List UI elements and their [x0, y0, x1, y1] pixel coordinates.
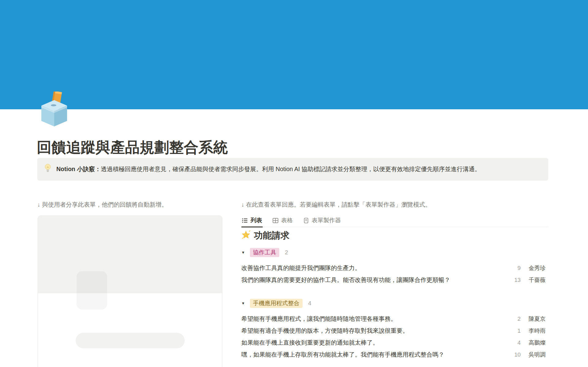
tab-label: 表單製作器	[312, 216, 341, 224]
group-rows: 希望能有手機應用程式，讓我們能隨時隨地管理各種事務。 2 陳夏京 希望能有適合手…	[241, 313, 548, 361]
light-bulb-icon	[44, 163, 51, 175]
group-tag-badge[interactable]: 手機應用程式整合	[250, 299, 303, 308]
group-header[interactable]: ▼ 手機應用程式整合 4	[241, 298, 548, 309]
glowing-star-icon	[241, 230, 251, 242]
item-person: 高鵬燦	[529, 339, 548, 346]
item-title: 希望能有手機應用程式，讓我們能隨時隨地管理各種事務。	[241, 315, 508, 323]
list-item[interactable]: 改善協作工具真的能提升我們團隊的生產力。 9 金秀珍	[241, 262, 548, 274]
callout-lead: Notion 小訣竅：	[56, 166, 101, 172]
tab-label: 表格	[281, 216, 293, 224]
notion-page: 回饋追蹤與產品規劃整合系統 Notion 小訣竅：透過積極回應使用者意見，確保產…	[0, 0, 588, 367]
item-person: 陳夏京	[529, 315, 548, 323]
callout-body: 透過積極回應使用者意見，確保產品能與使者需求同步發展。利用 Notion AI …	[101, 166, 481, 172]
item-person: 金秀珍	[529, 264, 548, 272]
form-builder-icon	[303, 218, 309, 223]
list-view-icon	[242, 218, 248, 223]
item-votes: 9	[508, 265, 521, 272]
group-count: 4	[308, 300, 311, 307]
list-item[interactable]: 嘿，如果能在手機上存取所有功能就太棒了。我們能有手機應用程式整合嗎？ 10 吳明…	[241, 349, 548, 361]
form-cover-placeholder	[38, 216, 222, 293]
tab-table-view[interactable]: 表格	[272, 214, 293, 227]
list-item[interactable]: 希望能有手機應用程式，讓我們能隨時隨地管理各種事務。 2 陳夏京	[241, 313, 548, 325]
group-tag-badge[interactable]: 協作工具	[250, 248, 279, 257]
item-title: 我們的團隊真的需要更好的協作工具。能否改善現有功能，讓團隊合作更順暢？	[241, 276, 508, 284]
list-item[interactable]: 我們的團隊真的需要更好的協作工具。能否改善現有功能，讓團隊合作更順暢？ 13 千…	[241, 274, 548, 286]
item-person: 李時雨	[529, 327, 548, 335]
list-item[interactable]: 希望能有適合手機使用的版本，方便隨時存取對我來說很重要。 1 李時雨	[241, 325, 548, 337]
list-item[interactable]: 如果能在手機上直接收到重要更新的通知就太棒了。 4 高鵬燦	[241, 337, 548, 349]
callout-text: Notion 小訣竅：透過積極回應使用者意見，確保產品能與使者需求同步發展。利用…	[56, 165, 481, 173]
table-view-icon	[273, 218, 278, 223]
page-title: 回饋追蹤與產品規劃整合系統	[37, 138, 548, 157]
form-title-placeholder	[76, 333, 185, 348]
group-collaboration-tools: ▼ 協作工具 2 改善協作工具真的能提升我們團隊的生產力。 9 金秀珍 我們的團…	[241, 247, 548, 286]
item-title: 如果能在手機上直接收到重要更新的通知就太棒了。	[241, 339, 508, 347]
tab-list-view[interactable]: 列表	[241, 214, 263, 227]
heading-label: 功能請求	[254, 230, 289, 242]
item-votes: 1	[508, 328, 521, 334]
feature-requests-heading: 功能請求	[241, 230, 289, 242]
share-form-caption: ↓ 與使用者分享此表單，他們的回饋將自動新增。	[37, 200, 168, 209]
item-person: 吳明調	[529, 351, 548, 358]
tab-label: 列表	[251, 216, 262, 224]
responses-caption: ↓ 在此查看表單回應。若要編輯表單，請點擊「表單製作器」瀏覽模式。	[241, 200, 431, 209]
item-votes: 4	[508, 339, 521, 346]
item-title: 嘿，如果能在手機上存取所有功能就太棒了。我們能有手機應用程式整合嗎？	[241, 350, 508, 359]
cover-banner[interactable]	[0, 0, 588, 109]
group-header[interactable]: ▼ 協作工具 2	[241, 247, 548, 258]
ballot-box-icon[interactable]	[38, 92, 70, 126]
group-mobile-app-integration: ▼ 手機應用程式整合 4 希望能有手機應用程式，讓我們能隨時隨地管理各種事務。 …	[241, 298, 548, 361]
item-person: 千薔薇	[529, 276, 548, 284]
view-tabs: 列表 表格 表單製作器	[241, 214, 548, 227]
form-icon-placeholder	[77, 271, 107, 309]
embedded-form-preview[interactable]	[38, 215, 222, 367]
group-rows: 改善協作工具真的能提升我們團隊的生產力。 9 金秀珍 我們的團隊真的需要更好的協…	[241, 262, 548, 286]
toggle-triangle-icon[interactable]: ▼	[241, 251, 245, 254]
tip-callout: Notion 小訣竅：透過積極回應使用者意見，確保產品能與使者需求同步發展。利用…	[37, 158, 548, 181]
item-title: 改善協作工具真的能提升我們團隊的生產力。	[241, 264, 508, 272]
list-view-groups: ▼ 協作工具 2 改善協作工具真的能提升我們團隊的生產力。 9 金秀珍 我們的團…	[241, 247, 548, 361]
item-votes: 2	[508, 316, 521, 322]
group-count: 2	[285, 249, 288, 256]
item-title: 希望能有適合手機使用的版本，方便隨時存取對我來說很重要。	[241, 327, 508, 335]
tab-form-builder[interactable]: 表單製作器	[303, 214, 341, 227]
item-votes: 10	[508, 351, 521, 358]
item-votes: 13	[508, 277, 521, 283]
toggle-triangle-icon[interactable]: ▼	[241, 301, 245, 305]
